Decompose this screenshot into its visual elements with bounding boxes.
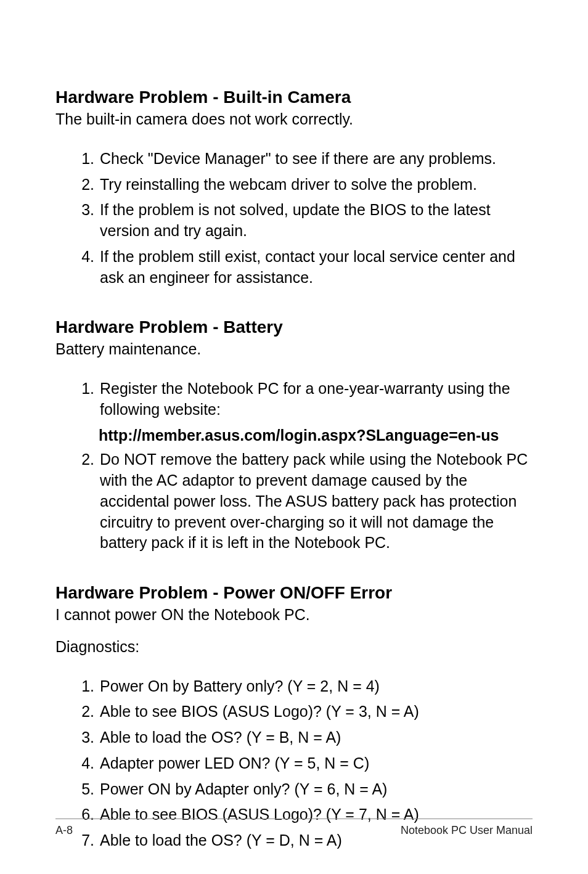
section-camera: Hardware Problem - Built-in Camera The b… [55,86,533,288]
list-item: Able to load the OS? (Y = B, N = A) [99,727,533,748]
list-item: Register the Notebook PC for a one-year-… [99,378,533,420]
footer-page-number: A-8 [55,824,73,837]
list-item: Adapter power LED ON? (Y = 5, N = C) [99,753,533,774]
list-item: Try reinstalling the webcam driver to so… [99,174,533,195]
list-item: If the problem still exist, contact your… [99,247,533,288]
intro-camera: The built-in camera does not work correc… [55,109,533,130]
page: Hardware Problem - Built-in Camera The b… [0,0,588,874]
list-item: Check "Device Manager" to see if there a… [99,149,533,169]
list-battery: Register the Notebook PC for a one-year-… [55,378,533,420]
battery-url-bold: http://member.asus.com/login.aspx?SLangu… [99,425,533,446]
list-item: Power ON by Adapter only? (Y = 6, N = A) [99,779,533,800]
list-battery-cont: Do NOT remove the battery pack while usi… [55,449,533,553]
list-item: If the problem is not solved, update the… [99,200,533,242]
intro-power: I cannot power ON the Notebook PC. [55,605,533,626]
list-item: Do NOT remove the battery pack while usi… [99,449,533,553]
section-power: Hardware Problem - Power ON/OFF Error I … [55,582,533,851]
section-battery: Hardware Problem - Battery Battery maint… [55,316,533,553]
heading-camera: Hardware Problem - Built-in Camera [55,86,533,108]
footer-manual-title: Notebook PC User Manual [401,824,533,837]
heading-power: Hardware Problem - Power ON/OFF Error [55,582,533,603]
list-camera: Check "Device Manager" to see if there a… [55,149,533,288]
list-item: Power On by Battery only? (Y = 2, N = 4) [99,676,533,697]
subintro-power: Diagnostics: [55,637,533,658]
intro-battery: Battery maintenance. [55,339,533,360]
page-footer: A-8 Notebook PC User Manual [55,819,533,837]
heading-battery: Hardware Problem - Battery [55,316,533,338]
list-item: Able to see BIOS (ASUS Logo)? (Y = 3, N … [99,701,533,722]
